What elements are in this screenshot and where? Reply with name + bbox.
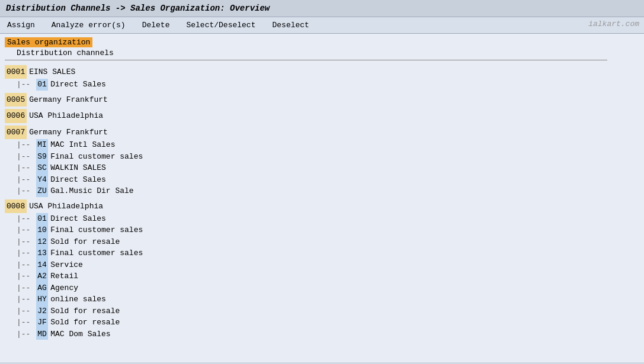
tree-line-icon: |-- bbox=[17, 162, 35, 174]
channel-name: MAC Intl Sales bbox=[50, 139, 115, 151]
tree-line-icon: |-- bbox=[17, 317, 35, 328]
channel-id: 10 bbox=[36, 224, 48, 236]
tree-line-icon: |-- bbox=[17, 247, 35, 259]
org-row: 0006 USA Philadelphia bbox=[5, 109, 639, 123]
menu-select-deselect[interactable]: Select/Deselect bbox=[184, 20, 258, 31]
channel-name: Sold for resale bbox=[50, 305, 120, 317]
channel-id: MI bbox=[36, 139, 48, 151]
channel-id: SC bbox=[36, 162, 48, 174]
channel-name: Final customer sales bbox=[50, 151, 143, 163]
title-bar: Distribution Channels -> Sales Organizat… bbox=[0, 0, 644, 17]
channel-row: |-- HYonline sales bbox=[5, 294, 639, 305]
tree-line-icon: |-- bbox=[17, 236, 35, 248]
channel-name: online sales bbox=[50, 294, 106, 305]
channel-row: |-- MIMAC Intl Sales bbox=[5, 139, 639, 151]
tree-line-icon: |-- bbox=[17, 259, 35, 271]
org-id: 0008 bbox=[5, 199, 27, 213]
channel-row: |-- 01Direct Sales bbox=[5, 79, 639, 91]
tree-line-icon: |-- bbox=[17, 305, 35, 317]
channel-row: |-- JFSold for resale bbox=[5, 317, 639, 328]
channel-name: Agency bbox=[50, 282, 78, 294]
channel-row: |-- S9Final customer sales bbox=[5, 151, 639, 163]
col2-header: Distribution channels bbox=[5, 48, 116, 58]
channel-name: Direct Sales bbox=[50, 174, 106, 186]
org-name: USA Philadelphia bbox=[29, 109, 103, 123]
channel-name: Final customer sales bbox=[50, 247, 143, 259]
channel-name: WALKIN SALES bbox=[50, 162, 106, 174]
channel-row: |-- MDMAC Dom Sales bbox=[5, 328, 639, 340]
watermark: ialkart.com bbox=[588, 20, 639, 31]
tree-line-icon: |-- bbox=[17, 174, 35, 186]
channel-row: |-- AGAgency bbox=[5, 282, 639, 294]
org-row: 0007 Germany Frankfurt bbox=[5, 125, 639, 139]
channel-id: JF bbox=[36, 317, 48, 328]
org-name: USA Philadelphia bbox=[29, 199, 103, 213]
channel-id: MD bbox=[36, 328, 48, 340]
channel-name: Direct Sales bbox=[50, 79, 106, 91]
org-name: Germany Frankfurt bbox=[29, 125, 108, 139]
org-name: EINS SALES bbox=[29, 65, 75, 79]
channel-name: Sold for resale bbox=[50, 236, 120, 248]
tree-line-icon: |-- bbox=[17, 270, 35, 282]
menu-deselect[interactable]: Deselect bbox=[270, 20, 311, 31]
tree-line-icon: |-- bbox=[17, 79, 35, 91]
tree-line-icon: |-- bbox=[17, 224, 35, 236]
col1-header: Sales organization bbox=[5, 37, 92, 47]
channel-row: |-- 13Final customer sales bbox=[5, 247, 639, 259]
org-id: 0001 bbox=[5, 65, 27, 79]
channel-name: Direct Sales bbox=[50, 213, 106, 225]
page-title: Distribution Channels -> Sales Organizat… bbox=[6, 4, 270, 13]
channel-row: |-- ZUGal.Music Dir Sale bbox=[5, 185, 639, 197]
tree-line-icon: |-- bbox=[17, 139, 35, 151]
org-row: 0008 USA Philadelphia bbox=[5, 199, 639, 213]
channel-name: Sold for resale bbox=[50, 317, 120, 328]
channel-id: J2 bbox=[36, 305, 48, 317]
org-row: 0001 EINS SALES bbox=[5, 65, 639, 79]
header-separator bbox=[5, 60, 607, 60]
tree-line-icon: |-- bbox=[17, 185, 35, 197]
channel-row: |-- A2Retail bbox=[5, 270, 639, 282]
org-row: 0005 Germany Frankfurt bbox=[5, 93, 639, 107]
tree-line-icon: |-- bbox=[17, 294, 35, 305]
org-name: Germany Frankfurt bbox=[29, 93, 108, 107]
menu-bar: Assign Analyze error(s) Delete Select/De… bbox=[0, 17, 644, 34]
channel-id: Y4 bbox=[36, 174, 48, 186]
org-spacer bbox=[5, 340, 639, 342]
channel-id: 12 bbox=[36, 236, 48, 248]
column-headers: Sales organization bbox=[5, 37, 639, 47]
channel-name: Final customer sales bbox=[50, 224, 143, 236]
tree-line-icon: |-- bbox=[17, 282, 35, 294]
channel-name: Service bbox=[50, 259, 83, 271]
channel-row: |-- 01Direct Sales bbox=[5, 213, 639, 225]
tree-line-icon: |-- bbox=[17, 213, 35, 225]
org-list: 0001 EINS SALES|-- 01Direct Sales0005 Ge… bbox=[5, 65, 639, 342]
tree-line-icon: |-- bbox=[17, 151, 35, 163]
channel-id: 14 bbox=[36, 259, 48, 271]
channel-row: |-- SCWALKIN SALES bbox=[5, 162, 639, 174]
channel-id: 01 bbox=[36, 213, 48, 225]
channel-row: |-- 14Service bbox=[5, 259, 639, 271]
channel-row: |-- Y4Direct Sales bbox=[5, 174, 639, 186]
org-id: 0007 bbox=[5, 125, 27, 139]
tree-line-icon: |-- bbox=[17, 328, 35, 340]
col2-header-row: Distribution channels bbox=[5, 49, 639, 57]
channel-name: MAC Dom Sales bbox=[50, 328, 110, 340]
channel-id: 01 bbox=[36, 79, 48, 91]
channel-row: |-- 12Sold for resale bbox=[5, 236, 639, 248]
channel-id: ZU bbox=[36, 185, 48, 197]
channel-row: |-- J2Sold for resale bbox=[5, 305, 639, 317]
channel-name: Gal.Music Dir Sale bbox=[50, 185, 133, 197]
menu-delete[interactable]: Delete bbox=[140, 20, 172, 31]
menu-analyze-errors[interactable]: Analyze error(s) bbox=[49, 20, 128, 31]
org-id: 0005 bbox=[5, 93, 27, 107]
channel-id: A2 bbox=[36, 270, 48, 282]
menu-assign[interactable]: Assign bbox=[5, 20, 37, 31]
org-id: 0006 bbox=[5, 109, 27, 123]
channel-id: S9 bbox=[36, 151, 48, 163]
channel-row: |-- 10Final customer sales bbox=[5, 224, 639, 236]
channel-id: 13 bbox=[36, 247, 48, 259]
channel-id: HY bbox=[36, 294, 48, 305]
channel-name: Retail bbox=[50, 270, 78, 282]
content-area: Sales organization Distribution channels… bbox=[0, 34, 644, 362]
channel-id: AG bbox=[36, 282, 48, 294]
